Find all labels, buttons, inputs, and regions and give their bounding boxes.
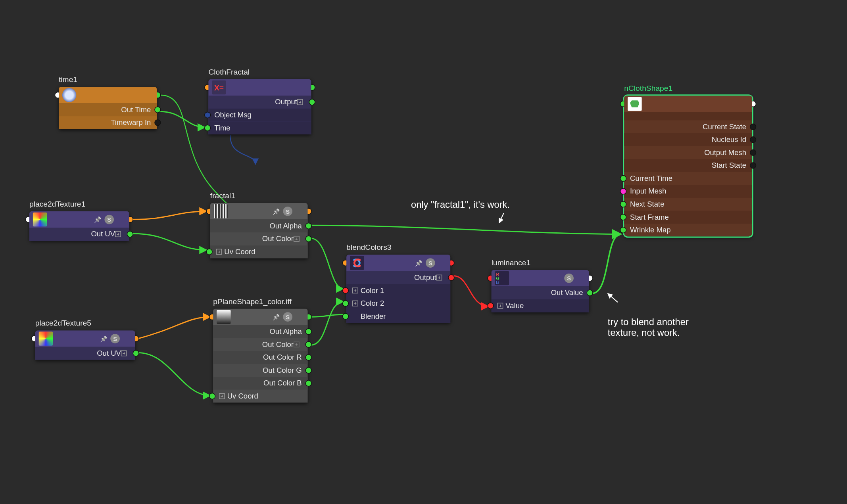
attr-color1[interactable]: Color 1 — [346, 284, 450, 297]
node-clothfractal[interactable]: ClothFractal X= Output Object Msg Time — [208, 79, 311, 134]
menu-icon[interactable] — [295, 312, 304, 322]
node-nclothshape1[interactable]: nClothShape1 Current State Nucleus Id Ou… — [624, 96, 752, 236]
attr-out-color-g[interactable]: Out Color G — [213, 364, 307, 377]
port-object-msg[interactable] — [204, 112, 211, 118]
ncloth-icon — [628, 97, 642, 111]
port-uv-coord[interactable] — [206, 249, 212, 255]
attr-out-color[interactable]: Out Color — [213, 338, 307, 351]
port-color1[interactable] — [342, 287, 349, 293]
port-out-uv[interactable] — [133, 350, 139, 356]
attr-uv-coord[interactable]: Uv Coord — [213, 390, 307, 403]
node-time1[interactable]: time1 Out Time Timewarp In — [59, 87, 157, 129]
port-value[interactable] — [487, 303, 494, 309]
attr-value[interactable]: Value — [492, 299, 589, 312]
port[interactable] — [750, 149, 756, 156]
attr-start-frame[interactable]: Start Frame — [624, 211, 752, 224]
annotation-notwork: try to blend another texture, not work. — [608, 317, 689, 338]
port-out-value[interactable] — [587, 289, 593, 296]
attr-start-state[interactable]: Start State — [624, 159, 752, 172]
luminance-icon: RGB — [495, 271, 509, 286]
s-icon[interactable]: S — [564, 274, 574, 283]
attr-timewarp-in[interactable]: Timewarp In — [59, 116, 157, 129]
attr-input-mesh[interactable]: Input Mesh — [624, 185, 752, 198]
port[interactable] — [620, 175, 626, 182]
attr-out-alpha[interactable]: Out Alpha — [210, 220, 308, 233]
port-output[interactable] — [309, 99, 315, 105]
fractal-thumb-icon — [214, 204, 228, 218]
annotation-works: only "fractal1", it's work. — [411, 199, 510, 210]
port-out-time[interactable] — [154, 107, 161, 113]
port-timewarp[interactable] — [154, 119, 161, 126]
port[interactable] — [620, 214, 626, 220]
port-out-alpha[interactable] — [305, 223, 312, 229]
menu-icon[interactable] — [438, 258, 447, 268]
attr-object-msg[interactable]: Object Msg — [208, 109, 311, 122]
attr-out-time[interactable]: Out Time — [59, 103, 157, 116]
menu-icon[interactable] — [116, 215, 126, 224]
port[interactable] — [750, 162, 756, 169]
s-icon[interactable]: S — [283, 207, 292, 216]
pin-icon[interactable] — [271, 207, 281, 216]
attr-wrinkle-map[interactable]: Wrinkle Map — [624, 224, 752, 237]
port-uv-coord[interactable] — [209, 393, 215, 399]
menu-icon[interactable] — [298, 83, 308, 92]
menu-icon[interactable] — [144, 90, 154, 100]
menu-icon[interactable] — [122, 334, 132, 343]
port-color2[interactable] — [342, 300, 349, 307]
port-time[interactable] — [204, 125, 211, 131]
pin-icon[interactable] — [99, 334, 108, 343]
port[interactable] — [305, 367, 312, 374]
pin-icon[interactable] — [93, 215, 102, 224]
pin-icon[interactable] — [271, 312, 281, 322]
attr-time[interactable]: Time — [208, 121, 311, 134]
port-blender[interactable] — [342, 313, 349, 320]
port-out-color[interactable] — [305, 236, 312, 242]
attr-current-time[interactable]: Current Time — [624, 172, 752, 185]
port[interactable] — [620, 201, 626, 207]
attr-out-value[interactable]: Out Value — [492, 286, 589, 299]
s-icon[interactable]: S — [110, 334, 120, 343]
blend-icon — [350, 256, 364, 270]
port[interactable] — [305, 380, 312, 386]
node-title: time1 — [59, 75, 77, 84]
node-place2dtexture5[interactable]: place2dTexture5 S Out UV — [35, 330, 135, 360]
node-blendcolors3[interactable]: blendColors3 S Output Color 1 Color 2 Bl… — [346, 255, 450, 323]
port[interactable] — [305, 354, 312, 360]
attr-out-uv[interactable]: Out UV — [29, 228, 129, 241]
attr-next-state[interactable]: Next State — [624, 198, 752, 211]
node-place2dtexture1[interactable]: place2dTexture1 S Out UV — [29, 211, 129, 241]
s-icon[interactable]: S — [283, 312, 292, 322]
attr-output[interactable]: Output — [208, 96, 311, 109]
attr-out-color-r[interactable]: Out Color R — [213, 351, 307, 364]
node-luminance1[interactable]: luminance1 RGB S Out Value Value — [492, 270, 589, 312]
port[interactable] — [305, 341, 312, 348]
node-pplaneshape1-color[interactable]: pPlaneShape1_color.iff S Out Alpha Out C… — [213, 309, 307, 402]
menu-icon[interactable] — [576, 274, 586, 283]
menu-icon[interactable] — [739, 99, 749, 109]
node-fractal1[interactable]: fractal1 S Out Alpha Out Color Uv Coord — [210, 203, 308, 258]
attr-out-color-b[interactable]: Out Color B — [213, 377, 307, 390]
file-thumb-icon — [217, 310, 231, 324]
attr-current-state[interactable]: Current State — [624, 120, 752, 133]
attr-blender[interactable]: Blender — [346, 310, 450, 323]
port[interactable] — [620, 188, 626, 194]
attr-out-color[interactable]: Out Color — [210, 232, 308, 245]
menu-icon[interactable] — [295, 207, 304, 216]
port[interactable] — [305, 328, 312, 335]
attr-out-uv[interactable]: Out UV — [35, 347, 135, 360]
attr-color2[interactable]: Color 2 — [346, 297, 450, 310]
port[interactable] — [750, 136, 756, 143]
attr-output-mesh[interactable]: Output Mesh — [624, 146, 752, 159]
port[interactable] — [750, 124, 756, 130]
connection-wires — [0, 0, 845, 504]
attr-out-alpha[interactable]: Out Alpha — [213, 325, 307, 338]
attr-nucleus-id[interactable]: Nucleus Id — [624, 133, 752, 146]
attr-uv-coord[interactable]: Uv Coord — [210, 245, 308, 259]
attr-output[interactable]: Output — [346, 271, 450, 284]
port-wrinkle-map[interactable] — [620, 227, 626, 233]
pin-icon[interactable] — [414, 258, 423, 268]
s-icon[interactable]: S — [426, 258, 435, 268]
port-out-uv[interactable] — [127, 231, 133, 237]
port-output[interactable] — [448, 274, 454, 281]
s-icon[interactable]: S — [104, 215, 114, 224]
